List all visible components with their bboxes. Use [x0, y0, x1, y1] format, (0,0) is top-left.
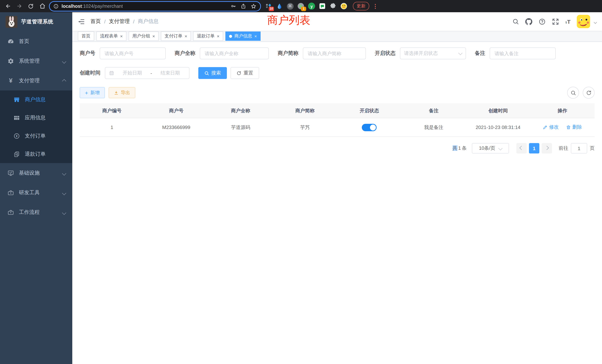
sidebar-item-home[interactable]: 首页 [0, 32, 72, 51]
fold-icon [78, 18, 85, 25]
sidebar-item-infrastructure[interactable]: 基础设施 [0, 163, 72, 183]
sidebar-item-refund-order[interactable]: 退款订单 [0, 145, 72, 163]
app-logo-row[interactable]: 芋道管理系统 [0, 12, 72, 32]
merchant-table: 商户编号 商户号 商户全称 商户简称 开启状态 备注 创建时间 操作 1 M23… [80, 103, 595, 137]
breadcrumb-home[interactable]: 首页 [90, 18, 101, 25]
tab-close-icon[interactable]: × [217, 34, 219, 38]
url-host: localhost [62, 3, 82, 9]
refresh-table-button[interactable] [583, 87, 595, 99]
col-merchant-id: 商户编号 [80, 103, 144, 118]
prev-page-button[interactable] [516, 143, 527, 153]
remark-input[interactable] [490, 47, 556, 59]
reset-button[interactable]: 重置 [231, 67, 259, 79]
filter-label-create-time: 创建时间 [80, 70, 100, 76]
notes-glyph-icon [319, 3, 325, 9]
sidebar-item-merchant-info[interactable]: 商户信息 [0, 90, 72, 109]
page-1-button[interactable]: 1 [529, 143, 539, 153]
toggle-search-button[interactable] [567, 87, 579, 99]
extension-drop-icon[interactable] [276, 3, 283, 10]
short-name-input[interactable] [303, 47, 366, 59]
tab-close-icon[interactable]: × [254, 34, 257, 38]
goto-page-input[interactable] [571, 143, 587, 153]
breadcrumb-separator: / [133, 19, 135, 24]
extension-y-icon[interactable]: y [308, 3, 315, 10]
status-select[interactable]: 请选择开启状态 [400, 47, 466, 59]
range-separator: - [150, 70, 152, 76]
extension-notes-icon[interactable] [319, 3, 326, 10]
browser-forward-button[interactable] [15, 2, 23, 10]
header-search-button[interactable] [512, 18, 519, 25]
question-icon [539, 18, 546, 25]
command-glyph: ⌘ [288, 4, 292, 9]
sidebar-item-system[interactable]: 系统管理 [0, 51, 72, 71]
next-page-button[interactable] [542, 143, 552, 153]
tab-close-icon[interactable]: × [120, 34, 123, 38]
sidebar-item-label: 基础设施 [19, 170, 40, 176]
export-button[interactable]: 导出 [109, 87, 135, 98]
breadcrumb-payment[interactable]: 支付管理 [109, 18, 130, 25]
user-avatar[interactable] [577, 15, 590, 28]
browser-home-button[interactable] [38, 2, 46, 10]
tab-process-form[interactable]: 流程表单× [96, 32, 126, 41]
total-suffix: 条 [462, 145, 467, 151]
tab-close-icon[interactable]: × [185, 34, 187, 38]
svg-text:¥: ¥ [16, 134, 18, 138]
tab-pay-order[interactable]: 支付订单× [161, 32, 191, 41]
extension-command-icon[interactable]: ⌘ [287, 3, 294, 10]
browser-reload-button[interactable] [27, 2, 35, 10]
breadcrumb-current: 商户信息 [138, 18, 159, 25]
filter-label-short-name: 商户简称 [278, 50, 298, 57]
extensions-puzzle-icon[interactable] [330, 3, 337, 10]
browser-update-button[interactable]: 更新 [353, 2, 369, 10]
avatar-caret-icon[interactable] [594, 18, 596, 25]
github-link-button[interactable] [525, 18, 532, 25]
sidebar-item-label: 研发工具 [19, 189, 40, 196]
bookmark-star-button[interactable] [251, 3, 257, 9]
extension-status-icon[interactable]: 1 [297, 3, 304, 10]
profile-emoji-icon[interactable] [340, 3, 347, 10]
y-glyph: y [311, 4, 313, 8]
merchant-no-input[interactable] [100, 47, 166, 59]
sidebar-item-payment[interactable]: ¥ 支付管理 [0, 71, 72, 90]
info-icon [53, 3, 59, 9]
key-icon [231, 3, 236, 9]
sidebar-item-label: 支付管理 [19, 77, 40, 84]
tab-close-icon[interactable]: × [152, 34, 155, 38]
cell-full-name: 芋道源码 [208, 118, 273, 137]
browser-back-button[interactable] [4, 2, 12, 10]
browser-menu-button[interactable]: ⋮ [373, 3, 377, 10]
tab-user-group[interactable]: 用户分组× [129, 32, 159, 41]
extension-tiles-icon[interactable]: 10 [265, 3, 272, 10]
chevron-left-icon [519, 146, 524, 150]
sidebar-item-app-info[interactable]: 应用信息 [0, 109, 72, 127]
share-button[interactable] [241, 3, 246, 9]
sidebar-item-dev-tools[interactable]: 研发工具 [0, 183, 72, 202]
sidebar-item-pay-order[interactable]: ¥ 支付订单 [0, 127, 72, 145]
page-size-select[interactable]: 10条/页 [472, 143, 509, 153]
tab-home[interactable]: 首页 [78, 32, 94, 41]
url-bar[interactable]: localhost:1024/pay/merchant [50, 2, 260, 11]
tab-refund-order[interactable]: 退款订单× [193, 32, 223, 41]
sidebar-item-workflow[interactable]: 工作流程 [0, 202, 72, 222]
table-row: 1 M233666999 芋道源码 芋艿 我是备注 2021-10-23 08:… [80, 118, 595, 137]
reload-icon [28, 3, 34, 9]
chevron-down-icon [62, 171, 66, 175]
download-icon [114, 90, 119, 95]
sidebar-item-label: 应用信息 [25, 114, 46, 121]
add-button[interactable]: + 新增 [80, 87, 105, 98]
help-button[interactable] [539, 18, 546, 25]
full-name-input[interactable] [200, 47, 269, 59]
filter-label-merchant-no: 商户号 [80, 50, 95, 57]
search-button[interactable]: 搜索 [198, 67, 227, 79]
status-toggle[interactable] [362, 124, 377, 131]
create-time-range-picker[interactable]: 开始日期 - 结束日期 [105, 67, 189, 79]
password-key-button[interactable] [231, 3, 236, 9]
edit-link[interactable]: 修改 [543, 124, 559, 131]
font-size-button[interactable]: тT [565, 19, 570, 24]
sidebar-fold-button[interactable] [78, 18, 85, 25]
table-header-row: 商户编号 商户号 商户全称 商户简称 开启状态 备注 创建时间 操作 [80, 103, 595, 118]
delete-link[interactable]: 删除 [566, 124, 582, 131]
fullscreen-button[interactable] [552, 18, 559, 25]
filter-label-full-name: 商户全称 [175, 50, 195, 57]
tab-merchant-info[interactable]: 商户信息× [225, 32, 261, 41]
